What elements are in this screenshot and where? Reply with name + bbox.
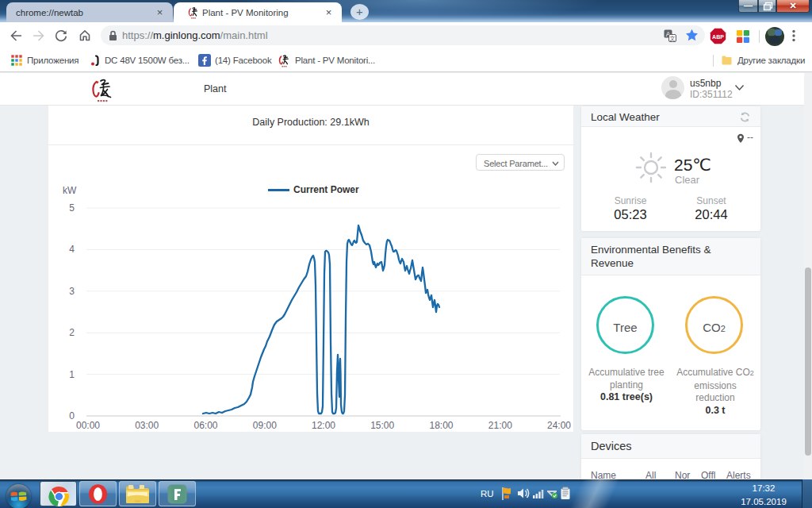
svg-text:3: 3 [69, 286, 75, 297]
svg-text:5: 5 [69, 202, 75, 214]
svg-text:09:00: 09:00 [253, 420, 277, 431]
svg-text:1: 1 [69, 369, 75, 380]
svg-text:21:00: 21:00 [488, 420, 512, 431]
svg-text:12:00: 12:00 [312, 420, 335, 431]
svg-text:18:00: 18:00 [429, 420, 453, 431]
svg-text:0: 0 [69, 410, 75, 421]
svg-text:00:00: 00:00 [76, 420, 100, 431]
svg-text:文: 文 [669, 35, 676, 42]
svg-text:24:00: 24:00 [547, 420, 571, 431]
svg-text:4: 4 [69, 244, 75, 255]
svg-text:15:00: 15:00 [370, 420, 394, 431]
svg-text:2: 2 [69, 327, 75, 338]
svg-text:06:00: 06:00 [193, 420, 217, 431]
svg-text:ABP: ABP [712, 34, 724, 40]
svg-text:03:00: 03:00 [135, 420, 159, 431]
